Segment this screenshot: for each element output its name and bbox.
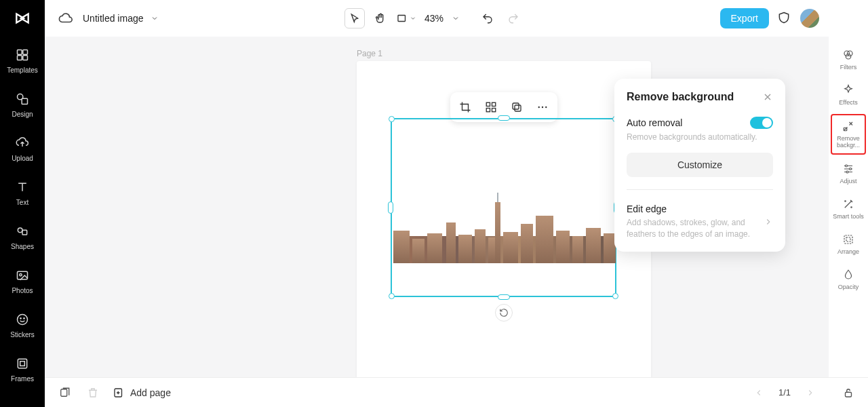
rail-item-remove-background[interactable]: Remove backgr... [831, 114, 866, 155]
close-panel-button[interactable] [762, 92, 773, 102]
privacy-shield-icon[interactable] [777, 11, 792, 26]
chevron-right-icon [764, 217, 773, 227]
copy-button[interactable] [506, 96, 528, 118]
lock-button[interactable] [840, 384, 857, 402]
svg-rect-18 [486, 109, 490, 112]
page-indicator: 1/1 [778, 387, 791, 398]
svg-point-30 [850, 168, 852, 170]
redo-button[interactable] [503, 8, 524, 28]
opacity-icon [842, 268, 855, 282]
zoom-level[interactable]: 43% [422, 13, 446, 24]
rotate-handle[interactable] [495, 304, 513, 322]
svg-rect-38 [846, 392, 852, 397]
sidebar-item-upload[interactable]: Upload [2, 128, 43, 172]
more-options-button[interactable] [532, 96, 553, 118]
export-button[interactable]: Export [720, 8, 769, 28]
upload-icon [15, 136, 30, 151]
svg-point-6 [18, 228, 22, 233]
rail-item-effects[interactable]: Effects [831, 79, 866, 111]
canvas-area: Page 1 [45, 37, 829, 407]
rail-item-adjust[interactable]: Adjust [831, 157, 866, 190]
rail-label: Filters [840, 64, 857, 71]
add-page-icon [113, 387, 125, 399]
sidebar-item-label: Stickers [10, 331, 35, 338]
next-page-button[interactable] [802, 384, 819, 402]
frames-icon [15, 356, 30, 371]
sidebar-item-photos[interactable]: Photos [2, 260, 43, 304]
rail-label: Opacity [838, 284, 859, 291]
select-tool[interactable] [344, 8, 365, 28]
sidebar-item-frames[interactable]: Frames [2, 348, 43, 392]
sidebar-item-label: Templates [7, 66, 38, 74]
rail-item-smart-tools[interactable]: Smart tools [831, 193, 866, 225]
svg-rect-2 [18, 56, 22, 60]
sidebar-item-label: Upload [12, 155, 33, 162]
svg-rect-7 [22, 230, 27, 235]
resize-handle-tl[interactable] [389, 116, 395, 122]
rail-label: Smart tools [833, 214, 864, 220]
replace-image-button[interactable] [480, 96, 502, 118]
svg-point-23 [542, 106, 543, 108]
user-avatar[interactable] [800, 9, 819, 28]
document-title-dropdown[interactable]: Untitled image [83, 13, 159, 24]
svg-rect-34 [844, 235, 852, 244]
hand-tool[interactable] [370, 8, 391, 28]
text-icon [15, 180, 30, 195]
prev-page-button[interactable] [750, 384, 768, 402]
effects-icon [842, 83, 855, 97]
rail-label: Remove backgr... [833, 136, 863, 149]
svg-rect-19 [492, 109, 496, 112]
resize-handle-br[interactable] [612, 293, 618, 299]
app-logo[interactable] [11, 7, 34, 30]
rail-item-arrange[interactable]: Arrange [831, 228, 866, 260]
svg-rect-35 [846, 237, 850, 241]
svg-rect-21 [513, 103, 519, 109]
resize-handle-bl[interactable] [389, 293, 395, 299]
delete-page-button[interactable] [84, 384, 102, 402]
auto-removal-toggle[interactable] [750, 117, 773, 129]
panel-title: Remove background [627, 91, 734, 103]
svg-rect-3 [23, 56, 28, 60]
cloud-sync-icon[interactable] [58, 11, 73, 26]
rail-item-filters[interactable]: Filters [831, 43, 866, 76]
remove-background-panel: Remove background Auto removal Remove ba… [614, 79, 785, 252]
undo-button[interactable] [477, 8, 498, 28]
resize-handle-bottom[interactable] [498, 294, 510, 300]
svg-rect-1 [23, 50, 28, 55]
svg-point-22 [538, 106, 540, 108]
shapes-icon [15, 224, 30, 239]
sidebar-item-text[interactable]: Text [2, 172, 43, 216]
sidebar-item-templates[interactable]: Templates [2, 39, 43, 83]
chevron-down-icon[interactable] [452, 14, 460, 22]
add-page-button[interactable]: Add page [113, 387, 171, 399]
svg-point-27 [846, 54, 851, 60]
svg-rect-36 [61, 389, 67, 396]
svg-rect-17 [492, 102, 496, 106]
svg-rect-15 [398, 16, 406, 22]
rail-item-opacity[interactable]: Opacity [831, 263, 866, 296]
crop-button[interactable] [454, 96, 476, 118]
auto-removal-desc: Remove backgrounds automatically. [627, 132, 773, 143]
resize-handle-top[interactable] [498, 115, 510, 121]
svg-point-29 [846, 165, 848, 167]
sidebar-item-label: Shapes [11, 243, 34, 250]
canvas-size-dropdown[interactable] [396, 8, 416, 28]
resize-handle-left[interactable] [388, 201, 393, 214]
svg-point-10 [18, 315, 28, 325]
arrange-icon [842, 233, 855, 246]
svg-point-24 [545, 106, 547, 108]
bottom-bar: Add page 1/1 [45, 377, 868, 407]
selected-image[interactable] [391, 118, 616, 297]
sidebar-item-stickers[interactable]: Stickers [2, 304, 43, 348]
customize-button[interactable]: Customize [627, 153, 773, 177]
svg-point-11 [20, 318, 21, 319]
sidebar-item-design[interactable]: Design [2, 83, 43, 128]
sidebar-item-shapes[interactable]: Shapes [2, 216, 43, 260]
pages-panel-button[interactable] [56, 384, 73, 402]
divider [627, 189, 773, 190]
sidebar-item-label: Frames [11, 375, 34, 383]
top-bar: Untitled image 43% Export [45, 0, 829, 37]
svg-point-33 [851, 207, 852, 208]
edit-edge-row[interactable]: Edit edge Add shadows, strokes, glow, an… [627, 204, 773, 240]
svg-rect-14 [20, 362, 25, 366]
